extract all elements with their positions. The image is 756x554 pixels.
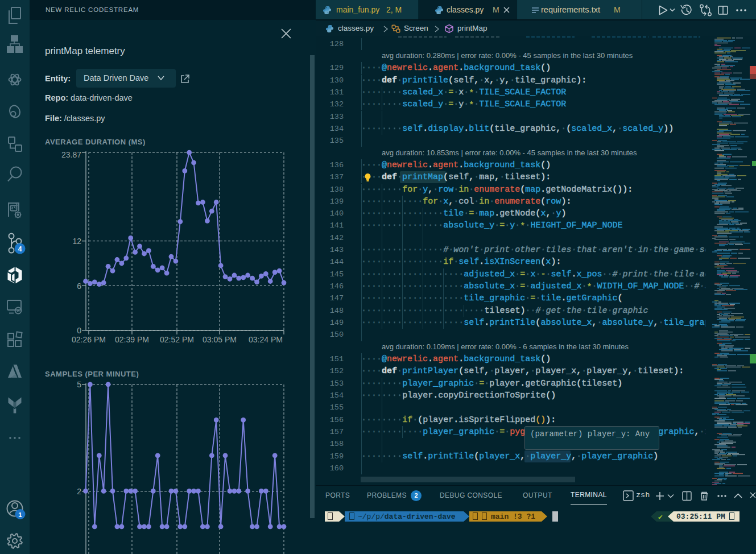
- svg-text:4: 4: [18, 245, 22, 253]
- svg-text:1: 1: [18, 511, 22, 518]
